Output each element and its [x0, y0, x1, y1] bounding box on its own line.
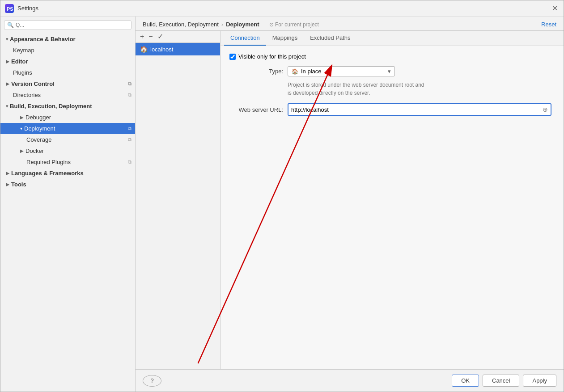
chevron-down-icon: ▾ — [388, 68, 391, 75]
url-label: Web server URL: — [229, 106, 283, 113]
sidebar-item-label: Keymap — [13, 47, 34, 54]
ok-button[interactable]: OK — [452, 375, 479, 387]
app-icon: PS — [5, 4, 14, 13]
type-description: Project is stored under the web server d… — [288, 81, 555, 97]
server-list-pane: + − ✓ 🏠 localhost — [136, 31, 221, 369]
reset-button[interactable]: Reset — [541, 21, 556, 28]
type-label: Type: — [229, 68, 283, 75]
sidebar-item-keymap[interactable]: Keymap — [0, 45, 135, 56]
sidebar-item-label: Plugins — [13, 69, 32, 76]
expand-arrow-icon: ▾ — [20, 126, 22, 131]
sidebar-item-label: Debugger — [25, 114, 51, 121]
visible-only-label: Visible only for this project — [238, 53, 306, 60]
copy-icon: ⧉ — [128, 92, 131, 98]
server-home-icon: 🏠 — [140, 46, 148, 53]
breadcrumb-separator: › — [221, 21, 223, 28]
breadcrumb-parent: Build, Execution, Deployment — [143, 21, 219, 28]
sidebar-item-debugger[interactable]: ▶ Debugger — [0, 112, 135, 123]
type-select[interactable]: 🏠 In place ▾ — [288, 66, 395, 76]
main-content: 🔍 ▾ Appearance & Behavior Keymap ▶ Edito… — [0, 17, 564, 392]
sidebar-item-label: Deployment — [24, 125, 55, 132]
settings-pane: Connection Mappings Excluded Paths Visib… — [221, 31, 564, 369]
description-line1: Project is stored under the web server d… — [288, 82, 424, 88]
content-area: + − ✓ 🏠 localhost Connection — [136, 31, 564, 369]
expand-arrow-icon: ▶ — [6, 81, 9, 86]
breadcrumb-current: Deployment — [226, 21, 259, 28]
settings-window: PS Settings ✕ 🔍 ▾ Appearance & Behavior … — [0, 0, 564, 392]
sidebar-item-coverage[interactable]: Coverage ⧉ — [0, 134, 135, 145]
close-button[interactable]: ✕ — [552, 5, 559, 12]
copy-icon: ⧉ — [128, 81, 131, 87]
visible-only-row: Visible only for this project — [229, 53, 555, 60]
sidebar-item-version-control[interactable]: ▶ Version Control ⧉ — [0, 78, 135, 89]
expand-arrow-icon: ▾ — [6, 104, 8, 109]
server-item-localhost[interactable]: 🏠 localhost — [136, 43, 220, 55]
sidebar-item-editor[interactable]: ▶ Editor — [0, 56, 135, 67]
server-toolbar: + − ✓ — [136, 31, 220, 43]
expand-arrow-icon: ▶ — [6, 182, 9, 187]
sidebar-item-label: Build, Execution, Deployment — [10, 103, 92, 110]
type-home-icon: 🏠 — [292, 68, 298, 75]
expand-arrow-icon: ▶ — [20, 148, 24, 153]
search-input[interactable] — [16, 22, 128, 28]
breadcrumb: Build, Execution, Deployment › Deploymen… — [143, 21, 319, 28]
sidebar-item-directories[interactable]: Directories ⧉ — [0, 89, 135, 101]
description-line2: is developed directly on the server. — [288, 90, 370, 96]
sidebar: 🔍 ▾ Appearance & Behavior Keymap ▶ Edito… — [0, 17, 136, 392]
sidebar-item-plugins[interactable]: Plugins — [0, 67, 135, 78]
window-title: Settings — [17, 5, 38, 12]
sidebar-item-deployment[interactable]: ▾ Deployment ⧉ — [0, 123, 135, 134]
search-icon: 🔍 — [7, 22, 14, 28]
url-input-wrap: ⊕ — [288, 103, 551, 116]
for-project-label: ⊙ For current project — [269, 21, 319, 28]
sidebar-item-tools[interactable]: ▶ Tools — [0, 179, 135, 190]
right-panel: Build, Execution, Deployment › Deploymen… — [136, 17, 564, 392]
sidebar-item-label: Tools — [11, 181, 26, 188]
titlebar-left: PS Settings — [5, 4, 38, 13]
type-value: In place — [301, 68, 385, 75]
tab-excluded-paths[interactable]: Excluded Paths — [304, 31, 356, 46]
expand-arrow-icon: ▾ — [6, 37, 8, 42]
sidebar-item-label: Version Control — [11, 80, 55, 87]
apply-button[interactable]: Apply — [523, 375, 556, 387]
panel-header: Build, Execution, Deployment › Deploymen… — [136, 17, 564, 31]
cancel-button[interactable]: Cancel — [483, 375, 519, 387]
help-button[interactable]: ? — [143, 375, 161, 387]
expand-arrow-icon: ▶ — [20, 115, 24, 120]
expand-arrow-icon: ▶ — [6, 59, 9, 64]
sidebar-item-label: Coverage — [26, 136, 51, 143]
sidebar-item-languages-frameworks[interactable]: ▶ Languages & Frameworks — [0, 168, 135, 179]
add-server-button[interactable]: + — [139, 33, 145, 40]
sidebar-item-label: Editor — [11, 58, 28, 65]
url-row: Web server URL: ⊕ — [229, 103, 555, 116]
remove-server-button[interactable]: − — [148, 33, 153, 40]
bottom-bar: ? OK Cancel Apply — [136, 369, 564, 392]
tab-mappings[interactable]: Mappings — [266, 31, 304, 46]
connection-form: Visible only for this project Type: 🏠 In… — [221, 46, 564, 369]
expand-arrow-icon: ▶ — [6, 171, 9, 176]
check-server-button[interactable]: ✓ — [157, 33, 164, 40]
globe-icon[interactable]: ⊕ — [540, 104, 551, 115]
sidebar-item-label: Directories — [13, 92, 41, 98]
sidebar-item-appearance[interactable]: ▾ Appearance & Behavior — [0, 34, 135, 45]
svg-text:PS: PS — [7, 6, 13, 12]
sidebar-item-build-exec[interactable]: ▾ Build, Execution, Deployment — [0, 101, 135, 112]
sidebar-item-required-plugins[interactable]: Required Plugins ⧉ — [0, 156, 135, 168]
tabs-row: Connection Mappings Excluded Paths — [221, 31, 564, 46]
server-item-label: localhost — [150, 46, 173, 53]
search-box[interactable]: 🔍 — [4, 20, 131, 30]
sidebar-item-label: Languages & Frameworks — [11, 170, 84, 177]
copy-icon: ⧉ — [128, 159, 131, 165]
content-split: + − ✓ 🏠 localhost Connection — [136, 31, 564, 369]
tab-connection[interactable]: Connection — [224, 31, 266, 46]
titlebar: PS Settings ✕ — [0, 0, 564, 17]
type-row: Type: 🏠 In place ▾ — [229, 66, 555, 76]
copy-icon: ⧉ — [128, 137, 131, 143]
sidebar-item-label: Docker — [25, 148, 44, 154]
sidebar-item-docker[interactable]: ▶ Docker — [0, 145, 135, 156]
visible-only-checkbox[interactable] — [229, 54, 236, 60]
url-input[interactable] — [288, 105, 540, 115]
sidebar-item-label: Appearance & Behavior — [10, 36, 76, 42]
sidebar-item-label: Required Plugins — [26, 159, 71, 165]
copy-icon: ⧉ — [128, 126, 131, 131]
